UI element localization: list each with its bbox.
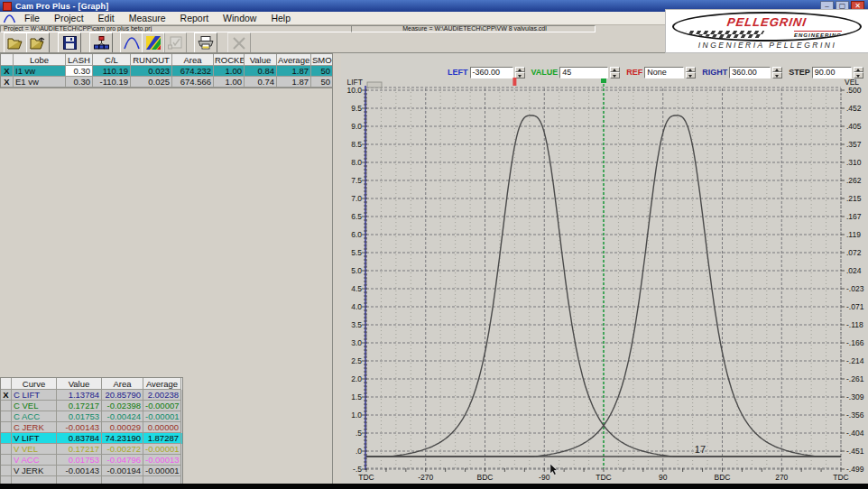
menu-item-window[interactable]: Window xyxy=(216,12,263,24)
x-tick-label: TDC xyxy=(596,473,611,482)
save-icon xyxy=(63,36,77,50)
curve-row-c-vel[interactable]: C VEL0.17217-0.02398-0.00007 xyxy=(1,401,182,411)
lift-tick-label: 5.0 xyxy=(351,266,362,275)
lift-tick-label: 8.5 xyxy=(351,140,362,149)
verify-icon xyxy=(168,36,182,50)
vel-tick-label: -.451 xyxy=(846,447,864,456)
curve-glyph-icon xyxy=(4,14,15,23)
table-cell: Average xyxy=(277,54,311,66)
control-label: STEP xyxy=(789,68,810,77)
lobe-row-e1-vw[interactable]: XE1 vw0.30-110.190.025674.5661.000.741.8… xyxy=(1,77,333,88)
table-cell: -0.00001 xyxy=(143,411,181,422)
menu-item-help[interactable]: Help xyxy=(263,12,298,24)
curve-row-v-vel[interactable]: V VEL0.17217-0.00272-0.00001 xyxy=(1,444,182,455)
lobe-row-i1-vw[interactable]: XI1 vw0.30110.190.023674.2321.000.841.87… xyxy=(1,66,333,77)
checkered-flag-icon xyxy=(683,31,765,38)
logo-caption: INGENIERÍA PELLEGRINI xyxy=(666,41,868,50)
open-measure-icon xyxy=(30,36,46,50)
table-cell: 0.01753 xyxy=(57,455,102,466)
x-tick-label: -270 xyxy=(418,473,433,482)
graph-panel: LEFT-360.00VALUE45REFNoneRIGHT360.00STEP… xyxy=(341,53,868,484)
table-cell: 0.00000 xyxy=(143,422,181,433)
graph-button[interactable] xyxy=(120,32,143,53)
curve-row-c-acc[interactable]: C ACC0.01753-0.00424-0.00001 xyxy=(1,411,182,422)
table-cell: 1.87 xyxy=(277,66,311,77)
table-cell: -0.00001 xyxy=(143,444,181,455)
table-cell xyxy=(1,455,12,466)
measure-setup-button[interactable] xyxy=(89,32,113,53)
table-cell: 20.85790 xyxy=(102,390,143,401)
table-cell: -0.00001 xyxy=(143,466,181,476)
lift-tick-label: 3.5 xyxy=(351,320,362,329)
save-button[interactable] xyxy=(58,32,81,53)
table-cell: 1.00 xyxy=(214,77,245,88)
delete-button[interactable] xyxy=(227,32,251,53)
table-cell xyxy=(1,433,12,444)
lift-tick-label: 4.5 xyxy=(351,284,362,293)
control-label: VALUE xyxy=(531,68,559,77)
verify-button[interactable] xyxy=(163,32,187,53)
lift-tick-label: 1.0 xyxy=(351,411,362,420)
lift-tick-label: 9.0 xyxy=(351,122,362,131)
curve-row-v-acc[interactable]: V ACC0.01753-0.04796-0.00013 xyxy=(1,455,182,466)
table-cell: 50 xyxy=(311,66,333,77)
table-cell xyxy=(1,54,14,66)
vel-tick-label: .167 xyxy=(846,212,862,221)
lift-tick-label: 10.0 xyxy=(346,86,362,95)
left-axis-title: LIFT xyxy=(347,78,363,87)
plot-slider-handle xyxy=(367,82,382,88)
table-cell: 0.023 xyxy=(131,66,172,77)
lift-tick-label: 8.0 xyxy=(351,158,362,167)
table-cell: Value xyxy=(57,378,102,390)
vel-tick-label: .357 xyxy=(846,140,862,149)
menu-item-edit[interactable]: Edit xyxy=(91,12,122,24)
open-project-button[interactable] xyxy=(4,32,27,53)
x-tick-label: 270 xyxy=(775,473,788,482)
menu-item-measure[interactable]: Measure xyxy=(122,12,173,24)
table-cell: -0.00143 xyxy=(57,466,102,476)
table-cell: SMOOT xyxy=(311,54,333,66)
x-tick-label: -90 xyxy=(539,473,550,482)
x-tick-label: TDC xyxy=(358,473,374,482)
x-tick-label: BDC xyxy=(715,473,731,482)
table-cell: 0.83784 xyxy=(57,433,102,444)
menu-item-project[interactable]: Project xyxy=(47,12,91,24)
x-tick-label: TDC xyxy=(833,473,848,482)
vel-tick-label: -.309 xyxy=(846,392,864,401)
cam-lift-plot[interactable]: 10.09.59.08.58.07.57.06.56.05.55.04.54.0… xyxy=(341,77,868,484)
measure-path: Measure = W:\AUDIETECH\CPP\VW 8 valvulas… xyxy=(351,25,596,32)
menu-item-report[interactable]: Report xyxy=(173,12,217,24)
table-cell: V ACC xyxy=(12,455,57,466)
window-title: Cam Pro Plus - [Graph] xyxy=(15,2,108,11)
curve-row-v-jerk[interactable]: V JERK-0.00143-0.00194-0.00001 xyxy=(1,466,182,476)
value-cursor-handle xyxy=(601,78,606,83)
lift-tick-label: 9.5 xyxy=(351,104,362,113)
table-cell: X xyxy=(1,66,14,77)
lift-tick-label: 1.5 xyxy=(351,392,362,401)
logo-engineering: ENGINEERING xyxy=(794,31,842,38)
app-window: Cam Pro Plus - [Graph] – ▢ ✕ FileProject… xyxy=(0,0,868,489)
open-measure-button[interactable] xyxy=(26,32,50,53)
table-cell: Lobe xyxy=(14,54,66,66)
curve-row-c-lift[interactable]: XC LIFT1.1378420.857902.00238 xyxy=(1,390,182,401)
menu-item-file[interactable]: File xyxy=(17,12,47,24)
open-project-icon xyxy=(7,37,23,50)
table-cell xyxy=(1,411,12,422)
table-cell: 674.566 xyxy=(172,77,214,88)
colors-button[interactable] xyxy=(142,32,165,53)
table-cell: 0.025 xyxy=(131,77,172,88)
table-cell xyxy=(1,466,12,476)
control-label: REF xyxy=(626,68,642,77)
table-cell: 1.87 xyxy=(277,77,311,88)
table-cell xyxy=(1,422,12,433)
curve-row-v-lift[interactable]: V LIFT0.8378474.231901.87287 xyxy=(1,433,182,444)
curve-row-c-jerk[interactable]: C JERK-0.001430.000290.00000 xyxy=(1,422,182,433)
table-cell: V VEL xyxy=(12,444,57,455)
vel-tick-label: -.166 xyxy=(846,338,864,347)
vel-tick-label: .024 xyxy=(846,266,862,275)
print-button[interactable] xyxy=(194,32,217,53)
logo-name: PELLEGRINI xyxy=(673,15,861,29)
table-cell: 0.17217 xyxy=(57,444,102,455)
vel-tick-label: -.071 xyxy=(846,302,864,311)
table-cell xyxy=(1,378,12,390)
